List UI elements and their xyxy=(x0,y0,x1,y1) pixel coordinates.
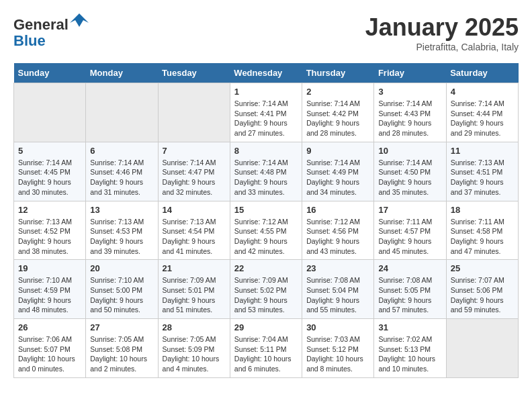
day-number: 21 xyxy=(163,263,226,273)
calendar-cell: 2Sunrise: 7:14 AMSunset: 4:42 PMDaylight… xyxy=(302,83,374,142)
day-number: 28 xyxy=(163,322,226,332)
calendar-cell xyxy=(14,83,86,142)
day-number: 8 xyxy=(234,146,298,156)
day-info: Sunrise: 7:06 AMSunset: 5:07 PMDaylight:… xyxy=(18,334,81,374)
day-number: 19 xyxy=(18,263,81,273)
calendar-cell xyxy=(446,319,518,378)
day-number: 17 xyxy=(378,205,441,215)
day-info: Sunrise: 7:14 AMSunset: 4:41 PMDaylight:… xyxy=(234,99,298,138)
day-number: 23 xyxy=(306,263,369,273)
day-info: Sunrise: 7:12 AMSunset: 4:55 PMDaylight:… xyxy=(234,217,298,257)
col-header-sunday: Sunday xyxy=(14,63,86,83)
calendar-cell: 5Sunrise: 7:14 AMSunset: 4:45 PMDaylight… xyxy=(14,142,86,201)
calendar-cell: 27Sunrise: 7:05 AMSunset: 5:08 PMDayligh… xyxy=(86,319,158,378)
day-number: 16 xyxy=(306,205,369,215)
day-info: Sunrise: 7:14 AMSunset: 4:45 PMDaylight:… xyxy=(18,158,81,197)
calendar-cell: 9Sunrise: 7:14 AMSunset: 4:49 PMDaylight… xyxy=(302,142,374,201)
day-number: 9 xyxy=(306,146,369,156)
col-header-thursday: Thursday xyxy=(302,63,374,83)
day-info: Sunrise: 7:14 AMSunset: 4:47 PMDaylight:… xyxy=(163,158,226,197)
day-number: 10 xyxy=(378,146,441,156)
calendar-week-row: 1Sunrise: 7:14 AMSunset: 4:41 PMDaylight… xyxy=(14,83,519,142)
day-info: Sunrise: 7:14 AMSunset: 4:49 PMDaylight:… xyxy=(306,158,369,197)
logo-text: General xyxy=(13,13,89,33)
calendar-cell: 8Sunrise: 7:14 AMSunset: 4:48 PMDaylight… xyxy=(230,142,302,201)
day-info: Sunrise: 7:09 AMSunset: 5:01 PMDaylight:… xyxy=(163,275,226,315)
calendar-cell: 29Sunrise: 7:04 AMSunset: 5:11 PMDayligh… xyxy=(230,319,302,378)
day-number: 13 xyxy=(90,205,153,215)
calendar-cell: 3Sunrise: 7:14 AMSunset: 4:43 PMDaylight… xyxy=(374,83,446,142)
day-info: Sunrise: 7:05 AMSunset: 5:09 PMDaylight:… xyxy=(163,334,226,374)
col-header-wednesday: Wednesday xyxy=(230,63,302,83)
calendar-cell: 1Sunrise: 7:14 AMSunset: 4:41 PMDaylight… xyxy=(230,83,302,142)
col-header-tuesday: Tuesday xyxy=(158,63,230,83)
day-info: Sunrise: 7:07 AMSunset: 5:06 PMDaylight:… xyxy=(451,275,514,315)
calendar-cell: 19Sunrise: 7:10 AMSunset: 4:59 PMDayligh… xyxy=(14,260,86,319)
day-number: 14 xyxy=(163,205,226,215)
day-info: Sunrise: 7:08 AMSunset: 5:05 PMDaylight:… xyxy=(378,275,441,315)
calendar-cell: 10Sunrise: 7:14 AMSunset: 4:50 PMDayligh… xyxy=(374,142,446,201)
day-info: Sunrise: 7:05 AMSunset: 5:08 PMDaylight:… xyxy=(90,334,153,374)
calendar-cell: 24Sunrise: 7:08 AMSunset: 5:05 PMDayligh… xyxy=(374,260,446,319)
day-info: Sunrise: 7:14 AMSunset: 4:42 PMDaylight:… xyxy=(306,99,369,138)
day-number: 29 xyxy=(234,322,298,332)
calendar-cell: 16Sunrise: 7:12 AMSunset: 4:56 PMDayligh… xyxy=(302,201,374,260)
calendar-cell: 7Sunrise: 7:14 AMSunset: 4:47 PMDaylight… xyxy=(158,142,230,201)
calendar-cell: 14Sunrise: 7:13 AMSunset: 4:54 PMDayligh… xyxy=(158,201,230,260)
day-number: 25 xyxy=(451,263,514,273)
calendar-cell: 28Sunrise: 7:05 AMSunset: 5:09 PMDayligh… xyxy=(158,319,230,378)
day-number: 24 xyxy=(378,263,441,273)
calendar-cell: 25Sunrise: 7:07 AMSunset: 5:06 PMDayligh… xyxy=(446,260,518,319)
calendar-week-row: 5Sunrise: 7:14 AMSunset: 4:45 PMDaylight… xyxy=(14,142,519,201)
day-info: Sunrise: 7:13 AMSunset: 4:53 PMDaylight:… xyxy=(90,217,153,257)
calendar-cell: 13Sunrise: 7:13 AMSunset: 4:53 PMDayligh… xyxy=(86,201,158,260)
day-number: 2 xyxy=(306,87,369,97)
logo-bird-icon xyxy=(70,11,89,30)
day-info: Sunrise: 7:13 AMSunset: 4:51 PMDaylight:… xyxy=(451,158,514,197)
day-info: Sunrise: 7:10 AMSunset: 4:59 PMDaylight:… xyxy=(18,275,81,315)
calendar-cell: 6Sunrise: 7:14 AMSunset: 4:46 PMDaylight… xyxy=(86,142,158,201)
day-number: 22 xyxy=(234,263,298,273)
day-number: 7 xyxy=(163,146,226,156)
day-number: 30 xyxy=(306,322,369,332)
title-area: January 2025 Pietrafitta, Calabria, Ital… xyxy=(365,13,519,52)
calendar-cell: 21Sunrise: 7:09 AMSunset: 5:01 PMDayligh… xyxy=(158,260,230,319)
calendar-cell: 22Sunrise: 7:09 AMSunset: 5:02 PMDayligh… xyxy=(230,260,302,319)
day-number: 5 xyxy=(18,146,81,156)
day-info: Sunrise: 7:11 AMSunset: 4:58 PMDaylight:… xyxy=(451,217,514,257)
day-number: 20 xyxy=(90,263,153,273)
day-number: 3 xyxy=(378,87,441,97)
day-info: Sunrise: 7:12 AMSunset: 4:56 PMDaylight:… xyxy=(306,217,369,257)
logo-general: General xyxy=(13,16,69,33)
day-number: 12 xyxy=(18,205,81,215)
calendar-cell: 15Sunrise: 7:12 AMSunset: 4:55 PMDayligh… xyxy=(230,201,302,260)
day-info: Sunrise: 7:11 AMSunset: 4:57 PMDaylight:… xyxy=(378,217,441,257)
day-info: Sunrise: 7:10 AMSunset: 5:00 PMDaylight:… xyxy=(90,275,153,315)
calendar-header-row: SundayMondayTuesdayWednesdayThursdayFrid… xyxy=(14,63,519,83)
calendar-cell: 23Sunrise: 7:08 AMSunset: 5:04 PMDayligh… xyxy=(302,260,374,319)
calendar-week-row: 19Sunrise: 7:10 AMSunset: 4:59 PMDayligh… xyxy=(14,260,519,319)
svg-marker-0 xyxy=(70,13,89,27)
day-info: Sunrise: 7:14 AMSunset: 4:50 PMDaylight:… xyxy=(378,158,441,197)
day-info: Sunrise: 7:14 AMSunset: 4:48 PMDaylight:… xyxy=(234,158,298,197)
day-info: Sunrise: 7:04 AMSunset: 5:11 PMDaylight:… xyxy=(234,334,298,374)
day-number: 15 xyxy=(234,205,298,215)
month-title: January 2025 xyxy=(365,13,519,42)
calendar-cell: 12Sunrise: 7:13 AMSunset: 4:52 PMDayligh… xyxy=(14,201,86,260)
col-header-friday: Friday xyxy=(374,63,446,83)
calendar-cell: 26Sunrise: 7:06 AMSunset: 5:07 PMDayligh… xyxy=(14,319,86,378)
day-number: 4 xyxy=(451,87,514,97)
day-number: 26 xyxy=(18,322,81,332)
col-header-monday: Monday xyxy=(86,63,158,83)
day-info: Sunrise: 7:09 AMSunset: 5:02 PMDaylight:… xyxy=(234,275,298,315)
day-number: 31 xyxy=(378,322,441,332)
day-info: Sunrise: 7:08 AMSunset: 5:04 PMDaylight:… xyxy=(306,275,369,315)
day-info: Sunrise: 7:13 AMSunset: 4:54 PMDaylight:… xyxy=(163,217,226,257)
day-number: 6 xyxy=(90,146,153,156)
calendar-table: SundayMondayTuesdayWednesdayThursdayFrid… xyxy=(13,63,519,378)
col-header-saturday: Saturday xyxy=(446,63,518,83)
page-header: General Blue January 2025 Pietrafitta, C… xyxy=(13,13,519,52)
calendar-cell: 17Sunrise: 7:11 AMSunset: 4:57 PMDayligh… xyxy=(374,201,446,260)
calendar-week-row: 26Sunrise: 7:06 AMSunset: 5:07 PMDayligh… xyxy=(14,319,519,378)
day-number: 1 xyxy=(234,87,298,97)
